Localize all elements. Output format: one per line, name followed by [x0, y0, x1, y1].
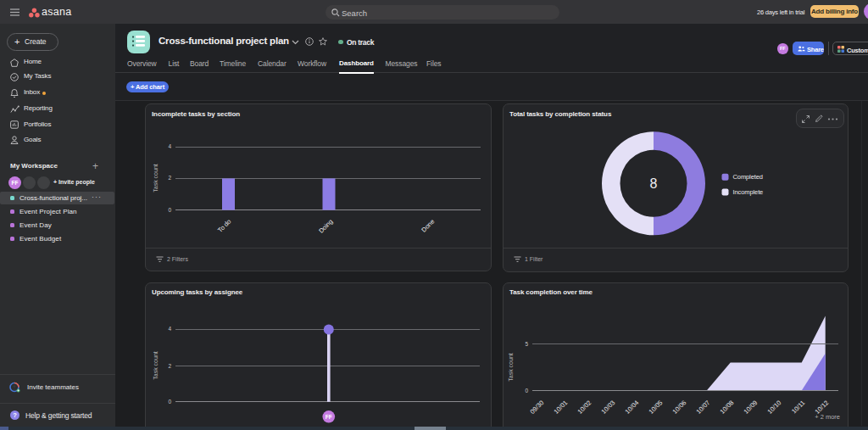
svg-text:10/10: 10/10 [766, 399, 783, 416]
svg-text:2: 2 [168, 175, 171, 181]
svg-text:8: 8 [650, 176, 658, 191]
svg-text:10/04: 10/04 [624, 399, 641, 416]
svg-text:10/07: 10/07 [695, 399, 712, 416]
svg-text:10/05: 10/05 [648, 399, 665, 416]
svg-text:Incomplete: Incomplete [733, 188, 764, 196]
svg-text:10/08: 10/08 [719, 399, 736, 416]
svg-text:10/11: 10/11 [790, 399, 806, 415]
svg-text:5: 5 [525, 341, 528, 347]
svg-text:Task count: Task count [508, 353, 514, 382]
svg-text:4: 4 [168, 143, 171, 149]
svg-text:4: 4 [168, 326, 171, 332]
svg-text:+ 2 more: + 2 more [815, 413, 840, 421]
svg-text:10/03: 10/03 [600, 399, 617, 416]
svg-text:Completed: Completed [733, 173, 763, 181]
svg-text:2: 2 [168, 363, 171, 369]
svg-text:09/30: 09/30 [529, 399, 546, 416]
svg-text:Done: Done [420, 218, 436, 234]
svg-text:Doing: Doing [317, 218, 334, 235]
svg-text:10/01: 10/01 [553, 399, 570, 416]
svg-text:10/09: 10/09 [743, 399, 760, 416]
svg-text:Task count: Task count [153, 164, 159, 193]
svg-text:To do: To do [216, 218, 232, 234]
svg-text:0: 0 [168, 207, 171, 213]
svg-text:0: 0 [168, 399, 171, 405]
svg-text:10/06: 10/06 [671, 399, 688, 416]
svg-text:10/02: 10/02 [576, 399, 593, 416]
svg-text:FF: FF [326, 414, 332, 420]
svg-text:0: 0 [525, 388, 528, 394]
svg-text:Task count: Task count [153, 351, 159, 380]
